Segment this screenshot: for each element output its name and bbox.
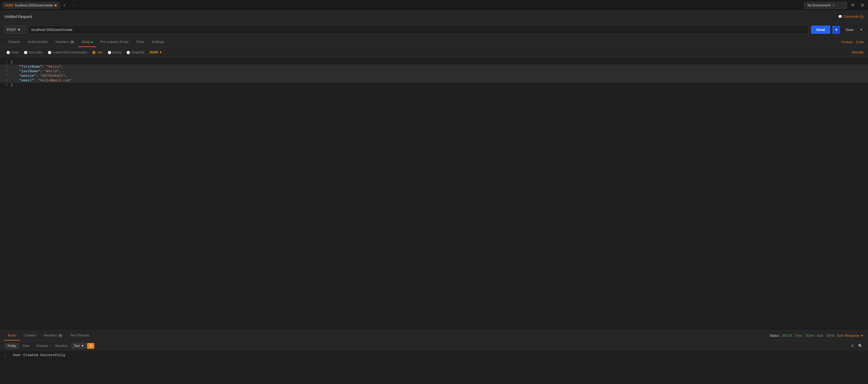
response-line-number: 1 [4,353,10,357]
tab-settings[interactable]: Settings [148,37,168,47]
line-content: { [11,60,13,64]
line-number: 5 [0,78,11,82]
eye-icon[interactable]: 👁 [849,2,857,9]
response-content: User Created Successfully [13,353,65,357]
url-input[interactable] [28,25,809,34]
radio-raw[interactable]: raw [90,50,104,55]
tab-tests[interactable]: Tests [132,37,148,47]
request-title-bar: Untitled Request 💬 Comments (0) [0,11,868,23]
radio-label-none: none [11,51,19,54]
text-format-dropdown[interactable]: Text▼ [71,343,87,349]
radio-form-data[interactable]: form-data [22,50,44,55]
save-dropdown-button[interactable]: ▼ [859,26,864,33]
json-arrow-icon: ▼ [159,51,162,54]
response-line: 1 User Created Successfully [4,353,864,357]
tab-actions: + ··· [61,2,77,9]
line-number: 1 [0,60,11,64]
line-number: 4 [0,74,11,77]
radio-label-binary: binary [113,51,121,54]
tab-authorization[interactable]: Authorization [24,37,52,47]
resp-tab-body[interactable]: Body [4,330,20,341]
save-response-button[interactable]: Save Response ▼ [837,334,864,338]
tab-headers[interactable]: Headers9 [52,37,79,47]
beautify-button[interactable]: Beautify [852,51,864,54]
tab-url: localhost:2003/user/create [15,3,53,7]
size-value: 189 B [826,334,834,338]
radio-label-raw: raw [97,51,102,54]
code-editor[interactable]: 1{2 "firstName": "Hello",3 "lastName": "… [0,58,868,330]
radio-GraphQL[interactable]: GraphQL [124,50,147,55]
response-body: 1 User Created Successfully [0,351,868,384]
time-value: 252ms [805,334,814,338]
more-tabs-button[interactable]: ··· [70,2,77,8]
json-label: JSON [149,51,158,54]
tab-bar: POST localhost:2003/user/create + ··· No… [0,0,868,11]
sub-tab-visualize[interactable]: Visualize [52,343,71,349]
tab-method-badge: POST [5,4,13,7]
resp-tab-test-results[interactable]: Test Results [66,330,93,341]
text-format-arrow-icon: ▼ [81,344,84,348]
chevron-down-icon: ▼ [832,4,835,7]
dot-body [91,41,93,43]
code-line: 6} [0,83,868,87]
response-tab-bar-left: BodyCookiesHeaders5Test Results [4,330,93,341]
line-number: 2 [0,65,11,68]
response-tab-bar-right: Status: 200 OK Time: 252ms Size: 189 B S… [770,334,864,338]
link-code[interactable]: Code [856,40,864,44]
radio-x-www-form-urlencoded[interactable]: x-www-form-urlencoded [46,50,89,55]
request-tab[interactable]: POST localhost:2003/user/create [2,2,60,9]
tab-bar-right: No Environment ▼ 👁 ⚙ [804,2,866,9]
copy-icon[interactable]: ⧉ [850,342,855,349]
badge-headers: 9 [70,40,75,44]
code-line: 2 "firstName": "Hello", [0,64,868,69]
format-icon-button[interactable]: ☰ [87,343,94,349]
link-cookies[interactable]: Cookies [841,40,853,44]
response-tab-bar: BodyCookiesHeaders5Test Results Status: … [0,330,868,341]
tab-pre-request[interactable]: Pre-request Script [96,37,132,47]
save-response-arrow-icon: ▼ [861,334,864,338]
resp-badge-headers: 5 [58,334,63,337]
json-type-dropdown[interactable]: JSON▼ [149,51,162,54]
request-tabs-nav: ParamsAuthorizationHeaders9BodyPre-reque… [0,37,868,47]
tab-bar-left: POST localhost:2003/user/create + ··· [2,2,77,9]
request-title: Untitled Request [4,14,32,19]
radio-label-x-www-form-urlencoded: x-www-form-urlencoded [53,51,87,54]
status-value: 200 OK [782,334,793,338]
save-button[interactable]: Save [842,26,857,34]
code-line: 1{ [0,60,868,64]
status-label: Status: [770,334,780,338]
size-label: Size: [817,334,824,338]
line-content: "email": "hello@mail.com" [11,78,71,83]
save-response-label: Save Response [837,334,859,338]
radio-binary[interactable]: binary [105,50,124,55]
search-icon[interactable]: 🔍 [857,343,864,349]
sub-tab-preview[interactable]: Preview [33,343,51,349]
resp-tab-cookies[interactable]: Cookies [20,330,40,341]
radio-label-form-data: form-data [29,51,42,54]
code-line: 4 "mobile": "9876538427", [0,73,868,78]
tab-params[interactable]: Params [4,37,24,47]
tab-body[interactable]: Body [78,37,96,47]
sub-tab-pretty[interactable]: Pretty [4,343,19,349]
response-sub-bar-left: PrettyRawPreviewVisualizeText▼☰ [4,343,94,349]
body-type-bar: noneform-datax-www-form-urlencodedrawbin… [0,47,868,58]
tabs-nav-left: ParamsAuthorizationHeaders9BodyPre-reque… [4,37,168,47]
text-format-label: Text [74,344,80,348]
send-dropdown-button[interactable]: ▼ [833,26,840,34]
sub-tab-raw[interactable]: Raw [20,343,33,349]
comments-link[interactable]: 💬 Comments (0) [838,15,864,19]
environment-label: No Environment [808,3,831,7]
send-button[interactable]: Send [811,26,830,34]
resp-tab-headers[interactable]: Headers5 [40,330,67,341]
radio-none[interactable]: none [4,50,21,55]
gear-icon[interactable]: ⚙ [859,2,866,9]
url-bar: POST ▼ Send ▼ Save ▼ [0,23,868,37]
method-arrow-icon: ▼ [17,28,21,32]
line-number: 6 [0,83,11,87]
method-select[interactable]: POST ▼ [4,26,26,34]
method-label: POST [7,28,16,32]
add-tab-button[interactable]: + [61,2,68,9]
tab-dot [55,4,57,6]
main-content: Untitled Request 💬 Comments (0) POST ▼ S… [0,11,868,384]
environment-dropdown[interactable]: No Environment ▼ [804,2,847,9]
